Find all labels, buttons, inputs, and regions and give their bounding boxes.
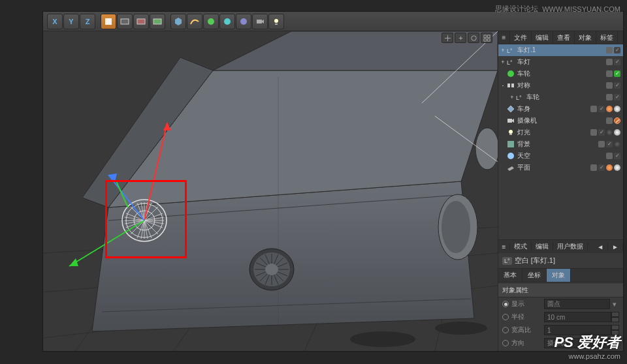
tree-toggle-icon[interactable]	[500, 153, 506, 159]
tree-toggle-icon[interactable]: +	[500, 59, 506, 65]
environment-icon[interactable]	[236, 14, 251, 29]
tree-toggle-icon[interactable]: +	[509, 94, 515, 100]
attr-radio-icon[interactable]	[502, 314, 509, 320]
svg-point-29	[442, 201, 470, 253]
svg-rect-10	[483, 35, 486, 37]
tree-toggle-icon[interactable]	[500, 129, 506, 136]
deformer-icon[interactable]	[219, 14, 235, 29]
svg-marker-81	[507, 166, 514, 171]
attr-tab-user[interactable]: 用户数据	[553, 242, 588, 251]
tab-tags[interactable]: 标签	[596, 31, 618, 44]
svg-point-6	[240, 18, 247, 25]
camera-icon	[506, 116, 515, 125]
svg-rect-75	[507, 119, 512, 123]
tree-toggle-icon[interactable]: -	[500, 82, 506, 89]
tree-toggle-icon[interactable]	[500, 164, 506, 171]
object-manager-tabs: ≡ 文件 编辑 查看 对象 标签	[498, 31, 623, 44]
tab-edit[interactable]: 编辑	[532, 31, 553, 44]
view-layout-icon[interactable]	[481, 33, 492, 43]
view-zoom-icon[interactable]	[455, 33, 466, 43]
tree-item[interactable]: +L°车轮✓	[498, 91, 623, 103]
tree-item[interactable]: 天空✓	[498, 150, 623, 162]
tab-view[interactable]: 查看	[553, 31, 575, 44]
svg-marker-74	[507, 106, 514, 112]
tab-object[interactable]: 对象	[575, 31, 596, 44]
tree-item[interactable]: 平面✓	[498, 162, 623, 174]
camera-tool-icon[interactable]	[252, 14, 268, 29]
svg-point-8	[274, 19, 278, 23]
attr-tab-edit[interactable]: 编辑	[532, 242, 553, 251]
tree-toggle-icon[interactable]	[500, 106, 506, 112]
svg-rect-1	[121, 19, 129, 24]
tab-file[interactable]: 文件	[510, 31, 532, 44]
tree-item-label: 车身	[517, 104, 590, 114]
render-icon[interactable]	[117, 14, 133, 29]
tree-item[interactable]: 车轮✓	[498, 68, 623, 80]
axis-tool-group: X Y Z	[47, 14, 95, 29]
attr-radio-icon[interactable]	[502, 327, 509, 333]
attr-tab-mode[interactable]: 模式	[510, 242, 532, 251]
tree-item-tags: ✓	[606, 94, 623, 100]
tree-item[interactable]: +L°车灯✓	[498, 56, 623, 68]
axis-z-button[interactable]: Z	[80, 14, 95, 29]
axis-x-button[interactable]: X	[47, 14, 63, 29]
null-object-icon: L°	[502, 257, 512, 265]
primitive-tool-group	[170, 14, 284, 29]
attr-row: 显示圆点▾	[498, 297, 623, 311]
tree-item-tags	[606, 117, 623, 124]
tree-item-label: 摄像机	[517, 116, 606, 125]
tree-item[interactable]: +L°车灯.1✓	[498, 44, 623, 56]
attr-sub-tab[interactable]: 对象	[547, 269, 571, 282]
tree-item[interactable]: -对称✓	[498, 80, 623, 91]
attr-sub-tab[interactable]: 基本	[498, 269, 522, 282]
generator-icon[interactable]	[203, 14, 219, 29]
axis-y-button[interactable]: Y	[63, 14, 79, 29]
attr-row: 半径10 cm	[498, 311, 623, 324]
app-window: X Y Z	[42, 11, 624, 352]
attr-sub-tab[interactable]: 坐标	[522, 269, 547, 282]
viewport[interactable]	[43, 31, 498, 351]
tree-item[interactable]: 车身✓	[498, 103, 623, 115]
attr-prev-icon[interactable]: ◄	[593, 243, 608, 250]
svg-rect-71	[507, 83, 510, 87]
attr-radio-icon[interactable]	[502, 301, 509, 307]
attr-sub-tabs: 基本坐标对象	[498, 268, 623, 282]
spinner-icon[interactable]	[611, 312, 619, 322]
render-settings-icon[interactable]	[150, 14, 165, 29]
attr-label: 显示	[511, 299, 544, 309]
null-axis-icon: L°	[506, 57, 515, 67]
tree-item-tags: ✓	[598, 141, 623, 147]
attr-section-title: 对象属性	[498, 284, 623, 297]
dropdown-icon[interactable]: ▾	[610, 300, 619, 309]
light-tool-icon[interactable]	[268, 14, 284, 29]
tree-item-tags: ✓	[606, 82, 623, 89]
object-tree[interactable]: +L°车灯.1✓+L°车灯✓车轮✓-对称✓+L°车轮✓车身✓摄像机灯光✓背景✓天…	[498, 44, 623, 174]
svg-point-70	[507, 70, 514, 77]
symmetry-icon	[506, 81, 515, 90]
tree-toggle-icon[interactable]: +	[500, 47, 506, 53]
panel-menu-icon[interactable]: ≡	[498, 31, 510, 44]
spline-icon[interactable]	[187, 14, 202, 29]
attr-object-title: L° 空白 [车灯.1]	[498, 253, 623, 268]
viewport-nav-icons	[442, 33, 492, 43]
watermark-logo: PS 爱好者	[555, 333, 620, 352]
attr-radio-icon[interactable]	[502, 340, 509, 346]
view-pan-icon[interactable]	[442, 33, 453, 43]
tree-item[interactable]: 灯光✓	[498, 127, 623, 138]
null-axis-icon: L°	[515, 93, 524, 102]
attr-value-field[interactable]: 10 cm	[544, 312, 611, 322]
tree-toggle-icon[interactable]	[500, 70, 506, 77]
tree-item-label: 对称	[517, 81, 606, 90]
attr-menu-icon[interactable]: ≡	[498, 243, 510, 250]
tree-item[interactable]: 背景✓	[498, 138, 623, 150]
tree-toggle-icon[interactable]	[500, 141, 506, 147]
tree-item[interactable]: 摄像机	[498, 115, 623, 127]
view-rotate-icon[interactable]	[468, 33, 479, 43]
cube-icon[interactable]	[101, 14, 116, 29]
attr-value-field[interactable]: 圆点	[544, 299, 610, 309]
tree-toggle-icon[interactable]	[500, 117, 506, 124]
render-region-icon[interactable]	[133, 14, 149, 29]
attr-next-icon[interactable]: ►	[608, 243, 623, 250]
primitive-cube-icon[interactable]	[170, 14, 186, 29]
svg-text:L°: L°	[507, 59, 513, 66]
